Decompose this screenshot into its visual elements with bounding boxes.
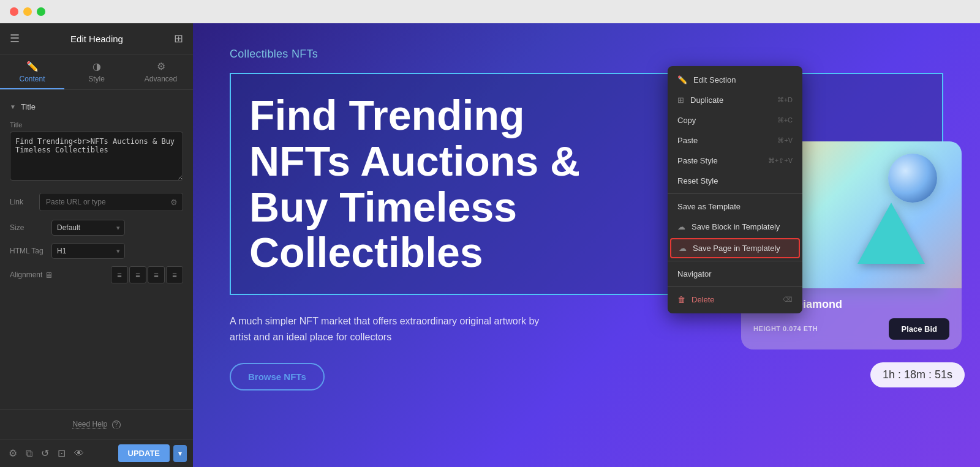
main-content: Collectibles NFTs Find TrendingNFTs Auct… xyxy=(193,23,980,467)
navigator-left: Navigator xyxy=(677,269,712,278)
context-menu-duplicate[interactable]: ⊞ Duplicate ⌘+D xyxy=(668,90,802,110)
align-right-button[interactable]: ≡ xyxy=(148,266,165,283)
app-container: ☰ Edit Heading ⊞ ✏️ Content ◑ Style ⚙ Ad… xyxy=(0,23,980,467)
html-tag-select[interactable]: H1 H2 H3 xyxy=(51,243,125,259)
tab-style[interactable]: ◑ Style xyxy=(64,54,129,89)
context-menu-paste[interactable]: Paste ⌘+V xyxy=(668,130,802,151)
context-menu-divider-1 xyxy=(668,193,802,194)
save-template-label: Save as Template xyxy=(677,202,741,211)
help-icon: ? xyxy=(112,420,121,429)
size-field-row: Size Default Small Medium Large xyxy=(0,216,193,239)
bottom-toolbar: ⚙ ⧉ ↺ ⊡ 👁 UPDATE ▾ xyxy=(0,439,193,467)
style-tab-icon: ◑ xyxy=(92,61,101,72)
sidebar-title: Edit Heading xyxy=(70,34,123,44)
responsive-icon[interactable]: ⊡ xyxy=(55,445,68,461)
update-button[interactable]: UPDATE xyxy=(118,444,170,462)
sidebar-footer: Need Help ? xyxy=(0,409,193,439)
align-left-button[interactable]: ≡ xyxy=(111,266,128,283)
duplicate-icon: ⊞ xyxy=(677,95,684,105)
art-sphere xyxy=(888,154,937,203)
size-select[interactable]: Default Small Medium Large xyxy=(51,220,125,236)
close-button[interactable] xyxy=(10,7,18,16)
tab-content[interactable]: ✏️ Content xyxy=(0,54,64,89)
context-menu-save-block-templately[interactable]: ☁ Save Block in Templately xyxy=(668,217,802,237)
size-select-wrapper: Default Small Medium Large xyxy=(51,220,125,236)
alignment-row: Alignment 🖥 ≡ ≡ ≡ ≡ xyxy=(0,263,193,287)
align-justify-button[interactable]: ≡ xyxy=(166,266,183,283)
save-block-left: ☁ Save Block in Templately xyxy=(677,222,780,231)
navigator-label: Navigator xyxy=(677,269,712,278)
edit-section-label: Edit Section xyxy=(693,75,736,84)
save-block-label: Save Block in Templately xyxy=(692,222,780,231)
reset-style-left: Reset Style xyxy=(677,176,718,185)
section-title-header[interactable]: ▼ Title xyxy=(0,97,193,116)
update-caret-button[interactable]: ▾ xyxy=(173,445,187,462)
context-menu-save-page-templately[interactable]: ☁ Save Page in Templately xyxy=(670,238,800,258)
layers-icon[interactable]: ⧉ xyxy=(23,446,35,461)
sidebar-body: ▼ Title Title Find Trending<br>NFTs Auct… xyxy=(0,90,193,409)
context-menu-navigator[interactable]: Navigator xyxy=(668,264,802,284)
hamburger-icon[interactable]: ☰ xyxy=(10,32,20,45)
title-field-group: Title Find Trending<br>NFTs Auctions & B… xyxy=(0,116,193,188)
nft-price-label: HEIGHT 0.074 ETH xyxy=(753,325,818,332)
paste-label: Paste xyxy=(677,136,698,145)
save-page-left: ☁ Save Page in Templately xyxy=(679,244,780,253)
sidebar-header: ☰ Edit Heading ⊞ xyxy=(0,23,193,54)
delete-left: 🗑 Delete xyxy=(677,295,715,304)
link-label: Link xyxy=(10,198,34,206)
paste-style-left: Paste Style xyxy=(677,156,718,165)
copy-left: Copy xyxy=(677,116,696,125)
save-block-icon: ☁ xyxy=(677,222,685,231)
link-input-wrapper: ⚙ xyxy=(39,193,183,211)
tab-content-label: Content xyxy=(19,75,45,83)
history-icon[interactable]: ↺ xyxy=(39,445,51,461)
nft-card-meta: HEIGHT 0.074 ETH Place Bid xyxy=(753,318,949,340)
paste-left: Paste xyxy=(677,136,698,145)
tab-advanced[interactable]: ⚙ Advanced xyxy=(129,54,193,89)
browse-nfts-button[interactable]: Browse NFTs xyxy=(230,363,325,390)
description-text: A much simpler NFT market that offers ex… xyxy=(230,313,548,345)
save-template-left: Save as Template xyxy=(677,202,741,211)
context-menu-delete[interactable]: 🗑 Delete ⌫ xyxy=(668,290,802,310)
html-tag-field-row: HTML Tag H1 H2 H3 xyxy=(0,239,193,263)
content-tab-icon: ✏️ xyxy=(26,61,39,72)
place-bid-button[interactable]: Place Bid xyxy=(889,318,949,340)
delete-icon: 🗑 xyxy=(677,295,685,304)
paste-style-shortcut: ⌘+⇧+V xyxy=(768,157,793,165)
context-menu-paste-style[interactable]: Paste Style ⌘+⇧+V xyxy=(668,151,802,171)
grid-icon[interactable]: ⊞ xyxy=(174,32,183,45)
context-menu-divider-3 xyxy=(668,286,802,287)
context-menu-reset-style[interactable]: Reset Style xyxy=(668,171,802,191)
nft-price-info: HEIGHT 0.074 ETH xyxy=(753,325,818,332)
context-menu-copy[interactable]: Copy ⌘+C xyxy=(668,110,802,130)
alignment-label-text: Alignment xyxy=(10,271,42,279)
link-field-row: Link ⚙ xyxy=(0,188,193,216)
title-bar xyxy=(0,0,980,23)
reset-style-label: Reset Style xyxy=(677,176,718,185)
minimize-button[interactable] xyxy=(23,7,32,16)
paste-style-label: Paste Style xyxy=(677,156,718,165)
copy-shortcut: ⌘+C xyxy=(777,116,793,124)
tab-advanced-label: Advanced xyxy=(145,75,177,83)
copy-label: Copy xyxy=(677,116,696,125)
preview-icon[interactable]: 👁 xyxy=(72,446,86,461)
context-menu-edit-section[interactable]: ✏️ Edit Section xyxy=(668,70,802,90)
title-textarea[interactable]: Find Trending<br>NFTs Auctions & Buy Tim… xyxy=(10,132,183,181)
need-help[interactable]: Need Help ? xyxy=(10,420,183,429)
section-title-label: Title xyxy=(21,102,36,111)
link-gear-icon[interactable]: ⚙ xyxy=(165,194,183,211)
title-field-label: Title xyxy=(10,121,183,129)
context-menu-save-template[interactable]: Save as Template xyxy=(668,196,802,217)
monitor-icon: 🖥 xyxy=(45,271,53,280)
save-page-icon: ☁ xyxy=(679,244,687,253)
size-label: Size xyxy=(10,223,47,232)
link-input[interactable] xyxy=(40,193,165,211)
art-triangle xyxy=(858,203,925,264)
window-controls xyxy=(10,7,45,16)
sidebar-tabs: ✏️ Content ◑ Style ⚙ Advanced xyxy=(0,54,193,90)
context-menu: ✏️ Edit Section ⊞ Duplicate ⌘+D Copy ⌘+C xyxy=(668,66,802,313)
countdown-timer: 1h : 18m : 51s xyxy=(870,362,965,387)
align-center-button[interactable]: ≡ xyxy=(129,266,146,283)
settings-icon[interactable]: ⚙ xyxy=(6,445,20,461)
maximize-button[interactable] xyxy=(37,7,45,16)
